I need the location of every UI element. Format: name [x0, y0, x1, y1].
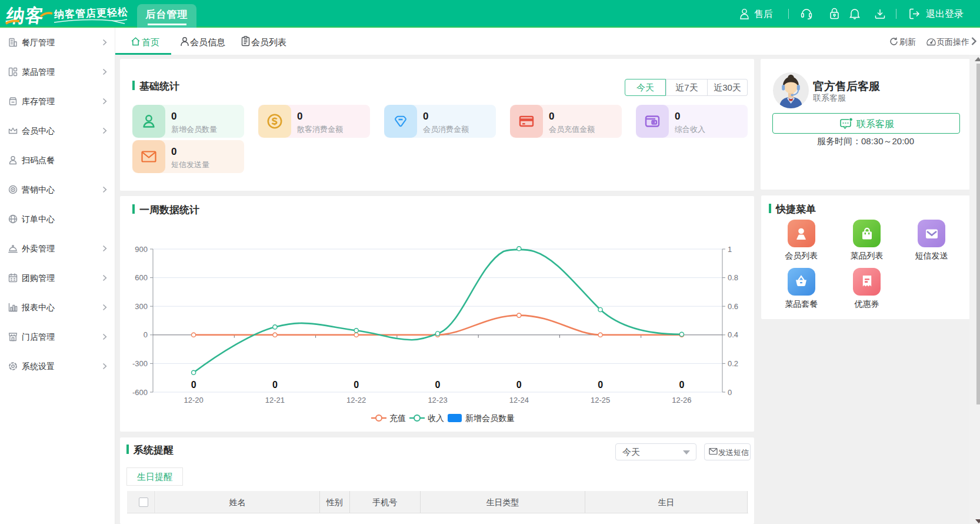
svg-text:900: 900	[135, 245, 148, 254]
svg-text:收入: 收入	[428, 413, 444, 423]
svg-text:0.4: 0.4	[728, 330, 738, 339]
svg-text:-600: -600	[132, 388, 148, 397]
svg-text:12-26: 12-26	[672, 396, 691, 404]
svg-text:12-23: 12-23	[428, 396, 447, 404]
svg-text:12-24: 12-24	[509, 396, 529, 404]
svg-text:12-20: 12-20	[184, 396, 203, 404]
svg-text:0: 0	[191, 380, 196, 390]
svg-text:0: 0	[516, 380, 522, 390]
svg-text:0.2: 0.2	[728, 359, 738, 368]
svg-text:0: 0	[598, 380, 603, 390]
svg-text:300: 300	[135, 302, 148, 311]
svg-text:0: 0	[435, 380, 441, 390]
svg-text:0: 0	[144, 330, 148, 339]
svg-text:0: 0	[272, 380, 278, 390]
svg-text:1: 1	[728, 245, 732, 254]
svg-text:-300: -300	[132, 359, 148, 368]
svg-text:0.8: 0.8	[728, 273, 738, 282]
svg-text:12-25: 12-25	[591, 396, 610, 404]
svg-text:12-22: 12-22	[346, 396, 366, 404]
svg-text:0: 0	[679, 380, 684, 390]
svg-text:新增会员数量: 新增会员数量	[465, 413, 515, 423]
svg-text:0.6: 0.6	[728, 302, 738, 311]
svg-text:600: 600	[135, 273, 148, 282]
svg-text:充值: 充值	[389, 413, 406, 423]
svg-text:0: 0	[728, 388, 732, 397]
svg-text:12-21: 12-21	[265, 396, 285, 404]
svg-text:0: 0	[354, 380, 359, 390]
